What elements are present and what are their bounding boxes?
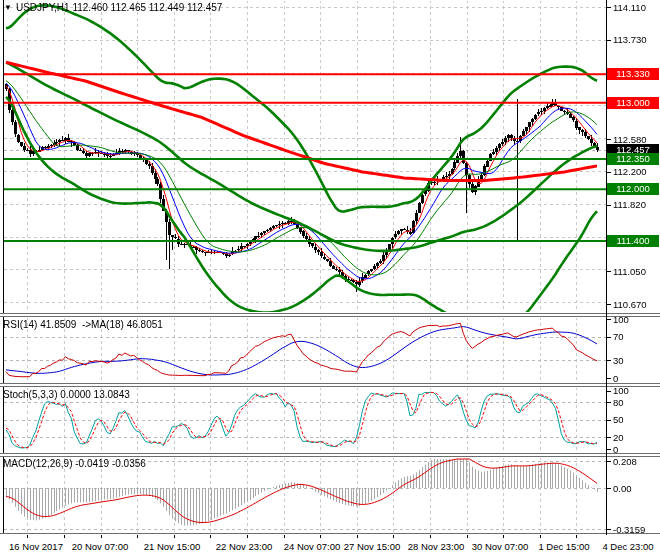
rsi-scale-tick: [607, 378, 611, 379]
price-tick: [607, 205, 611, 206]
macd-scale-label: 0.208: [613, 456, 637, 467]
price-badge: 113.330: [607, 68, 659, 80]
price-tick-label: 111.820: [613, 199, 646, 210]
time-tick: [27, 535, 28, 538]
time-tick: [503, 535, 504, 538]
chevron-down-icon[interactable]: ▼: [4, 3, 12, 12]
price-badge: 112.350: [607, 153, 659, 165]
panel-separator[interactable]: [0, 383, 660, 387]
macd-indicator-label: MACD(12,26,9) -0.0419 -0.0356: [3, 458, 146, 469]
macd-scale-tick: [607, 529, 611, 530]
time-axis-label: 21 Nov 15:00: [133, 541, 211, 552]
time-tick: [357, 535, 358, 538]
stoch-indicator-label: Stoch(5,3,3) 0.0000 13.0843: [3, 389, 130, 400]
time-axis-label: 20 Nov 07:00: [61, 541, 139, 552]
stoch-scale-tick: [607, 391, 611, 392]
stoch-scale-tick: [607, 420, 611, 421]
rsi-scale-label: 70: [613, 331, 624, 342]
time-tick: [540, 535, 541, 538]
rsi-scale-label: 100: [613, 314, 629, 325]
stoch-scale-label: 80: [613, 397, 624, 408]
time-tick: [467, 535, 468, 538]
rsi-indicator-label: RSI(14) 41.8509 ->MA(18) 46.8051: [3, 319, 163, 330]
price-tick: [607, 304, 611, 305]
time-tick: [430, 535, 431, 538]
stoch-scale-label: 100: [613, 385, 629, 396]
macd-scale-label: -0.3159: [613, 524, 645, 535]
rsi-scale-tick: [607, 337, 611, 338]
panel-separator[interactable]: [0, 313, 660, 317]
main-chart-canvas[interactable]: [0, 0, 660, 313]
stoch-scale-tick: [607, 402, 611, 403]
time-tick: [284, 535, 285, 538]
macd-scale-tick: [607, 488, 611, 489]
stoch-scale-tick: [607, 437, 611, 438]
time-tick: [393, 535, 394, 538]
rsi-scale-label: 0: [613, 373, 618, 384]
chart-window: ▼USDJPY,H1 112.460 112.465 112.449 112.4…: [0, 0, 660, 560]
stoch-scale-label: 50: [613, 414, 624, 425]
time-tick: [576, 535, 577, 538]
price-tick-label: 114.110: [613, 2, 646, 13]
price-badge: 112.000: [607, 183, 659, 195]
price-badge: 113.000: [607, 97, 659, 109]
rsi-scale-tick: [607, 360, 611, 361]
price-tick: [607, 7, 611, 8]
price-badge: 111.400: [607, 235, 659, 247]
panel-separator[interactable]: [0, 453, 660, 457]
time-axis[interactable]: 16 Nov 201720 Nov 07:0021 Nov 15:0022 No…: [0, 535, 660, 560]
time-tick: [174, 535, 175, 538]
macd-scale-tick: [607, 461, 611, 462]
time-tick: [210, 535, 211, 538]
price-tick: [607, 40, 611, 41]
time-tick: [101, 535, 102, 538]
rsi-scale-tick: [607, 319, 611, 320]
time-tick: [64, 535, 65, 538]
stoch-scale-label: 0: [613, 444, 618, 455]
price-tick: [607, 139, 611, 140]
price-axis-border: [606, 0, 607, 535]
time-tick: [137, 535, 138, 538]
rsi-scale-label: 30: [613, 355, 624, 366]
time-axis-label: 22 Nov 23:00: [205, 541, 283, 552]
time-tick: [320, 535, 321, 538]
price-tick: [607, 271, 611, 272]
time-tick: [247, 535, 248, 538]
chart-title: ▼USDJPY,H1 112.460 112.465 112.449 112.4…: [4, 2, 222, 13]
chart-title-text: USDJPY,H1 112.460 112.465 112.449 112.45…: [16, 2, 222, 13]
time-axis-label: 4 Dec 23:00: [589, 541, 660, 552]
price-tick-label: 113.730: [613, 34, 647, 45]
macd-scale-label: 0.00: [613, 483, 632, 494]
stoch-scale-label: 20: [613, 432, 624, 443]
price-tick-label: 111.050: [613, 266, 646, 277]
price-tick: [607, 172, 611, 173]
price-tick-label: 112.200: [613, 166, 647, 177]
stoch-scale-tick: [607, 449, 611, 450]
price-tick-label: 110.670: [613, 299, 647, 310]
